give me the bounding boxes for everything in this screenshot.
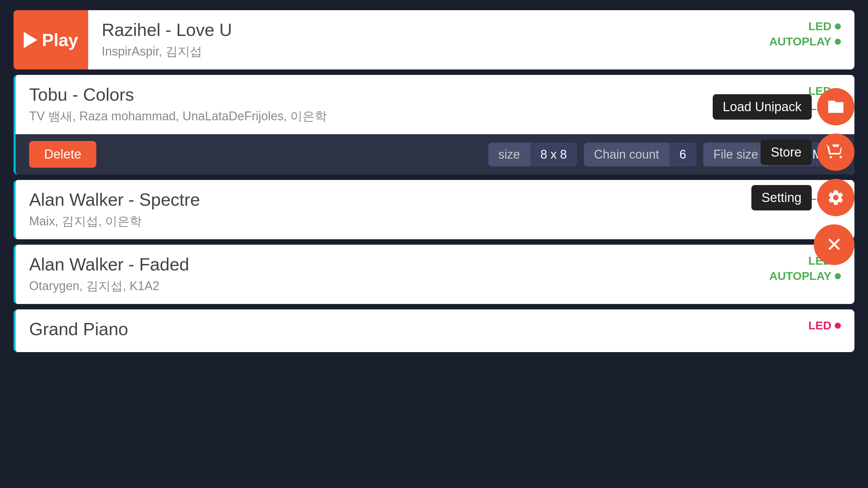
play-label: Play (42, 30, 78, 50)
badges-column: LED AUTOPLAY (769, 20, 841, 48)
song-card-grandpiano: Grand Piano LED (14, 309, 854, 352)
song-title: Grand Piano (29, 319, 841, 339)
badges-column: LED (808, 319, 841, 332)
song-artists: Otarygen, 김지섭, K1A2 (29, 278, 841, 294)
fab-load-unipack-item: Load Unipack (713, 88, 854, 125)
delete-button[interactable]: Delete (29, 141, 96, 168)
autoplay-badge: AUTOPLAY (769, 269, 841, 283)
chain-count-pill: Chain count 6 (584, 143, 696, 166)
load-unipack-button[interactable] (817, 88, 854, 125)
setting-button[interactable] (817, 179, 854, 216)
basket-icon (827, 143, 845, 161)
autoplay-dot (835, 39, 841, 45)
fab-store-item: Store (761, 134, 854, 171)
close-icon: ✕ (826, 235, 843, 255)
fab-close-item: ✕ (814, 224, 854, 265)
close-button[interactable]: ✕ (814, 224, 854, 265)
led-badge: LED (808, 319, 841, 332)
autoplay-dot-faded (835, 273, 841, 279)
led-badge: LED (808, 20, 841, 33)
song-title: Razihel - Love U (102, 20, 841, 40)
play-button[interactable]: Play (14, 10, 88, 69)
fab-setting-item: Setting (751, 179, 854, 216)
autoplay-badge: AUTOPLAY (769, 35, 841, 48)
song-card-razihel: Play Razihel - Love U InspirAspir, 김지섭 L… (14, 10, 854, 69)
play-triangle-icon (24, 32, 37, 48)
folder-icon (827, 98, 845, 116)
store-button[interactable] (817, 134, 854, 171)
fab-container: Load Unipack Store Setting ✕ (713, 88, 854, 265)
led-dot (835, 23, 841, 29)
song-artists: InspirAspir, 김지섭 (102, 43, 841, 60)
size-pill: size 8 x 8 (488, 143, 577, 166)
led-dot (835, 323, 841, 329)
store-tooltip: Store (761, 140, 812, 165)
load-unipack-tooltip: Load Unipack (713, 94, 812, 120)
gear-icon (827, 188, 845, 207)
setting-tooltip: Setting (751, 185, 812, 210)
